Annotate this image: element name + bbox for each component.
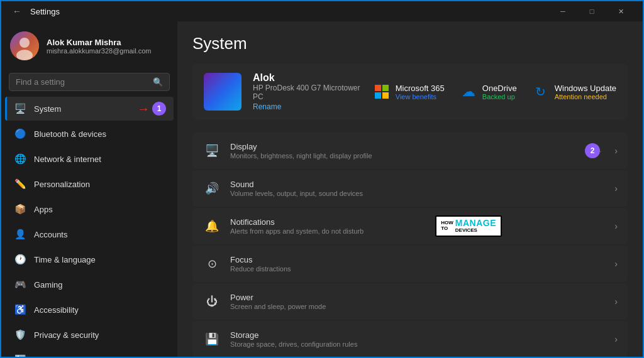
sound-title: Sound	[230, 180, 614, 189]
setting-notifications[interactable]: 🔔 Notifications Alerts from apps and sys…	[192, 208, 628, 244]
apps-icon: 📦	[14, 203, 26, 215]
minimize-button[interactable]: ─	[548, 1, 577, 21]
device-name: Alok	[253, 72, 362, 84]
winupdate-info[interactable]: ↻ Windows Update Attention needed	[532, 83, 616, 100]
sidebar-item-privacy[interactable]: 🛡️ Privacy & security	[5, 323, 174, 347]
sidebar-item-accessibility[interactable]: ♿ Accessibility	[5, 298, 174, 322]
notifications-desc: Alerts from apps and system, do not dist…	[230, 227, 614, 235]
accessibility-icon: ♿	[14, 303, 26, 316]
ms365-sub: View benefits	[396, 93, 445, 100]
sidebar-item-label-time: Time & language	[34, 255, 96, 264]
sidebar-item-label-accessibility: Accessibility	[34, 305, 79, 315]
system-icon: 🖥️	[14, 102, 26, 115]
sidebar-item-apps[interactable]: 📦 Apps	[5, 197, 174, 221]
info-bar: Alok HP ProDesk 400 G7 Microtower PC Ren…	[192, 63, 628, 120]
page-title: System	[192, 34, 628, 53]
back-button[interactable]: ←	[9, 5, 25, 18]
setting-focus[interactable]: ⊙ Focus Reduce distractions ›	[192, 246, 628, 282]
display-badge: 2	[585, 143, 600, 158]
info-items: Microsoft 365 View benefits ☁ OneDrive B…	[373, 83, 616, 100]
svg-rect-5	[375, 92, 381, 99]
ms365-icon	[373, 83, 391, 100]
sidebar-item-network[interactable]: 🌐 Network & internet	[5, 147, 174, 171]
storage-chevron-icon: ›	[614, 334, 618, 344]
sound-desc: Volume levels, output, input, sound devi…	[230, 190, 614, 197]
ms365-title: Microsoft 365	[396, 84, 445, 93]
title-controls: ─ □ ✕	[548, 1, 635, 21]
svg-point-1	[19, 38, 30, 48]
sidebar-item-label-windows-update: Windows Update	[34, 355, 96, 357]
system-badge: 1	[152, 102, 166, 116]
display-icon: 🖥️	[203, 141, 221, 160]
avatar	[10, 31, 39, 60]
sidebar-item-label-apps: Apps	[34, 205, 53, 214]
sidebar-item-bluetooth[interactable]: 🔵 Bluetooth & devices	[5, 122, 174, 146]
storage-title: Storage	[230, 330, 614, 340]
sidebar: Alok Kumar Mishra mishra.alokkumar328@gm…	[1, 21, 177, 357]
title-bar-left: ← Settings	[9, 5, 548, 18]
sidebar-item-label-personalization: Personalization	[34, 180, 90, 189]
search-input[interactable]	[16, 77, 148, 87]
network-icon: 🌐	[14, 153, 26, 165]
svg-rect-3	[375, 85, 381, 91]
winupdate-title: Windows Update	[555, 84, 616, 93]
sidebar-item-label-system: System	[34, 104, 61, 114]
focus-text: Focus Reduce distractions	[230, 255, 614, 273]
sidebar-item-system[interactable]: 🖥️ System → 1	[5, 97, 174, 121]
onedrive-info[interactable]: ☁ OneDrive Backed up	[460, 83, 517, 100]
window-title: Settings	[30, 7, 60, 16]
sound-text: Sound Volume levels, output, input, soun…	[230, 180, 614, 197]
power-chevron-icon: ›	[614, 296, 618, 306]
sidebar-item-label-gaming: Gaming	[34, 280, 63, 290]
onedrive-sub: Backed up	[482, 93, 517, 100]
svg-rect-4	[382, 85, 389, 91]
focus-icon: ⊙	[203, 254, 221, 273]
content-area: Alok Kumar Mishra mishra.alokkumar328@gm…	[1, 21, 643, 357]
rename-link[interactable]: Rename	[253, 102, 362, 111]
sidebar-item-gaming[interactable]: 🎮 Gaming	[5, 273, 174, 296]
system-arrow-icon: →	[137, 102, 150, 116]
search-box[interactable]: 🔍	[9, 73, 170, 91]
sidebar-item-label-privacy: Privacy & security	[34, 330, 99, 340]
device-info: Alok HP ProDesk 400 G7 Microtower PC Ren…	[253, 72, 362, 111]
sidebar-item-personalization[interactable]: ✏️ Personalization	[5, 172, 174, 196]
sidebar-item-windows-update[interactable]: 🔄 Windows Update	[5, 348, 174, 357]
focus-chevron-icon: ›	[614, 259, 618, 269]
maximize-button[interactable]: □	[577, 1, 606, 21]
settings-window: ← Settings ─ □ ✕	[0, 0, 644, 358]
svg-rect-6	[382, 92, 389, 99]
sound-chevron-icon: ›	[614, 183, 618, 193]
personalization-icon: ✏️	[14, 178, 26, 190]
sidebar-item-label-bluetooth: Bluetooth & devices	[34, 129, 106, 139]
winupdate-text: Windows Update Attention needed	[555, 84, 616, 100]
setting-sound[interactable]: 🔊 Sound Volume levels, output, input, so…	[192, 170, 628, 207]
focus-title: Focus	[230, 255, 614, 264]
ms365-info[interactable]: Microsoft 365 View benefits	[373, 83, 445, 100]
gaming-icon: 🎮	[14, 278, 26, 291]
sidebar-item-label-network: Network & internet	[34, 155, 101, 164]
user-info: Alok Kumar Mishra mishra.alokkumar328@gm…	[47, 38, 151, 55]
winupdate-icon: ↻	[532, 83, 550, 100]
setting-storage[interactable]: 💾 Storage Storage space, drives, configu…	[192, 321, 628, 357]
bluetooth-icon: 🔵	[14, 127, 26, 140]
sidebar-item-label-accounts: Accounts	[34, 230, 67, 239]
display-text: Display Monitors, brightness, night ligh…	[230, 142, 614, 160]
sidebar-item-accounts[interactable]: 👤 Accounts	[5, 222, 174, 246]
notifications-text: Notifications Alerts from apps and syste…	[230, 217, 614, 235]
power-icon: ⏻	[203, 292, 221, 311]
sidebar-item-time[interactable]: 🕐 Time & language	[5, 247, 174, 271]
close-button[interactable]: ✕	[606, 1, 635, 21]
winupdate-sub: Attention needed	[555, 93, 616, 100]
device-model: HP ProDesk 400 G7 Microtower PC	[253, 84, 362, 101]
search-icon: 🔍	[153, 77, 163, 87]
setting-display[interactable]: 🖥️ Display Monitors, brightness, night l…	[192, 133, 628, 169]
onedrive-title: OneDrive	[482, 84, 517, 93]
display-desc: Monitors, brightness, night light, displ…	[230, 152, 614, 160]
windows-update-icon: 🔄	[14, 354, 26, 357]
user-email: mishra.alokkumar328@gmail.com	[47, 47, 151, 55]
display-title: Display	[230, 142, 614, 151]
accounts-icon: 👤	[14, 228, 26, 241]
setting-power[interactable]: ⏻ Power Screen and sleep, power mode ›	[192, 283, 628, 320]
onedrive-text: OneDrive Backed up	[482, 84, 517, 100]
user-section[interactable]: Alok Kumar Mishra mishra.alokkumar328@gm…	[1, 21, 177, 70]
